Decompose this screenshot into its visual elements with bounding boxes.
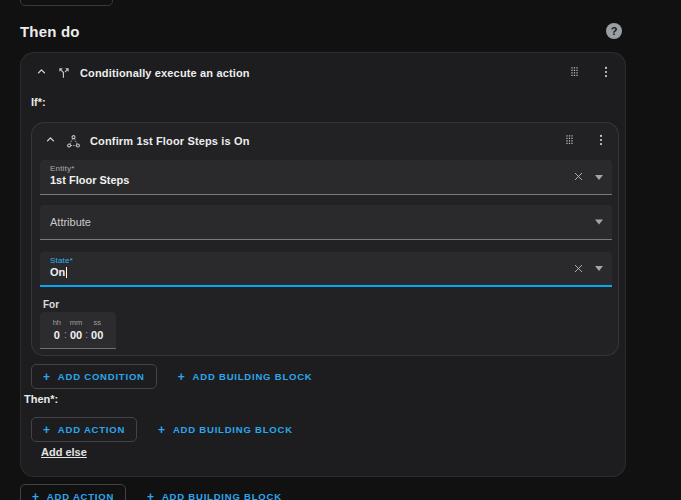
drag-handle[interactable] (565, 62, 584, 84)
text-cursor (66, 267, 67, 278)
help-glyph: ? (611, 25, 618, 37)
time-separator: : (64, 329, 67, 340)
add-building-block-button[interactable]: + ADD BUILDING BLOCK (147, 418, 304, 441)
dropdown-caret-icon[interactable] (595, 175, 603, 180)
minutes-label: mm (70, 319, 83, 327)
state-field[interactable]: State* On (40, 252, 612, 287)
plus-icon: + (32, 493, 40, 500)
collapse-button[interactable] (33, 63, 50, 83)
partial-button-top[interactable] (20, 0, 113, 6)
add-building-block-button[interactable]: + ADD BUILDING BLOCK (167, 365, 324, 388)
conditional-action-card: Conditionally execute an action If*: (20, 52, 626, 477)
plus-icon: + (147, 493, 155, 500)
attribute-field[interactable]: Attribute (40, 205, 612, 240)
if-label: If*: (31, 96, 46, 108)
condition-card-header: Confirm 1st Floor Steps is On (42, 128, 610, 154)
hours-label: hh (53, 319, 61, 327)
state-machine-icon (66, 134, 81, 149)
chevron-up-icon (44, 133, 57, 149)
drag-handle[interactable] (560, 130, 579, 152)
help-icon[interactable]: ? (606, 23, 622, 39)
conditional-card-header: Conditionally execute an action (33, 59, 615, 87)
bottom-buttons-row: + ADD ACTION + ADD BUILDING BLOCK (20, 484, 293, 500)
dropdown-caret-icon[interactable] (595, 220, 603, 225)
condition-buttons-row: + ADD CONDITION + ADD BUILDING BLOCK (31, 364, 324, 389)
attribute-field-label: Attribute (50, 216, 91, 228)
plus-icon: + (158, 426, 166, 434)
minutes-value[interactable]: 00 (70, 330, 82, 341)
plus-icon: + (43, 426, 51, 434)
add-condition-button[interactable]: + ADD CONDITION (31, 364, 157, 389)
add-building-block-button[interactable]: + ADD BUILDING BLOCK (136, 485, 293, 500)
state-field-value: On (50, 266, 67, 278)
condition-card-title: Confirm 1st Floor Steps is On (90, 135, 250, 147)
add-action-button[interactable]: + ADD ACTION (20, 484, 126, 500)
for-label: For (43, 299, 59, 310)
clear-icon[interactable] (573, 168, 584, 186)
chevron-up-icon (35, 65, 48, 81)
add-else-link[interactable]: Add else (41, 446, 87, 458)
clear-icon[interactable] (573, 260, 584, 278)
entity-field[interactable]: Entity* 1st Floor Steps (40, 160, 612, 195)
conditional-card-title: Conditionally execute an action (80, 67, 250, 79)
page-title: Then do (20, 23, 80, 40)
action-buttons-row: + ADD ACTION + ADD BUILDING BLOCK (31, 417, 304, 442)
state-field-label: State* (50, 256, 73, 265)
time-separator: : (85, 329, 88, 340)
collapse-button[interactable] (42, 131, 59, 151)
plus-icon: + (178, 373, 186, 381)
duration-input[interactable]: hh 0 : mm 00 : ss 00 (40, 312, 116, 349)
kebab-menu-icon (599, 65, 613, 82)
entity-field-value: 1st Floor Steps (50, 174, 129, 186)
entity-field-label: Entity* (50, 164, 75, 173)
drag-icon (567, 64, 582, 82)
add-action-button[interactable]: + ADD ACTION (31, 417, 137, 442)
state-condition-card: Confirm 1st Floor Steps is On Entity* 1s… (31, 122, 619, 356)
dropdown-caret-icon[interactable] (595, 266, 603, 271)
seconds-value[interactable]: 00 (91, 330, 103, 341)
overflow-menu-button[interactable] (597, 63, 615, 84)
then-label: Then*: (24, 393, 58, 405)
kebab-menu-icon (594, 133, 608, 150)
overflow-menu-button[interactable] (592, 131, 610, 152)
seconds-label: ss (93, 319, 101, 327)
plus-icon: + (43, 373, 51, 381)
hours-value[interactable]: 0 (54, 330, 60, 341)
call-split-icon (57, 66, 71, 80)
drag-icon (562, 132, 577, 150)
